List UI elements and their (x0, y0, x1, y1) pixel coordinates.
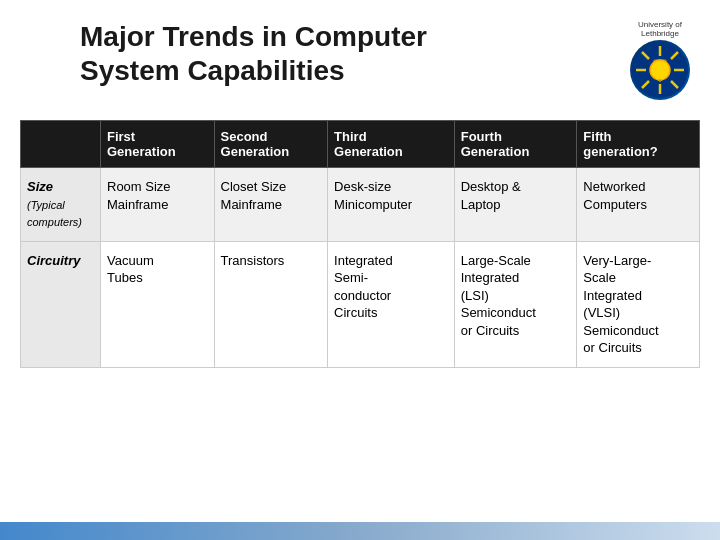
cell-size-fifth: NetworkedComputers (577, 168, 700, 242)
row-sublabel-size: (Typicalcomputers) (27, 199, 82, 229)
row-label-size: Size (Typicalcomputers) (21, 168, 101, 242)
university-logo (630, 40, 690, 100)
header-cell-4: FourthGeneration (454, 121, 577, 168)
row-label-circuitry: Circuitry (21, 241, 101, 367)
cell-size-third: Desk-sizeMinicomputer (328, 168, 455, 242)
cell-size-second: Closet SizeMainframe (214, 168, 328, 242)
cell-circuit-fifth: Very-Large-ScaleIntegrated(VLSI)Semicond… (577, 241, 700, 367)
cell-circuit-second: Transistors (214, 241, 328, 367)
header-cell-3: ThirdGeneration (328, 121, 455, 168)
title-block: Major Trends in Computer System Capabili… (80, 20, 427, 87)
header-cell-2: SecondGeneration (214, 121, 328, 168)
header-cell-5: Fifthgeneration? (577, 121, 700, 168)
cell-circuit-third: IntegratedSemi-conductorCircuits (328, 241, 455, 367)
title-line1: Major Trends in Computer (80, 20, 427, 54)
table-row: Size (Typicalcomputers) Room SizeMainfra… (21, 168, 700, 242)
header-cell-0 (21, 121, 101, 168)
title-line2: System Capabilities (80, 54, 427, 88)
header: Major Trends in Computer System Capabili… (0, 0, 720, 110)
table-header-row: FirstGeneration SecondGeneration ThirdGe… (21, 121, 700, 168)
cell-size-first: Room SizeMainframe (101, 168, 215, 242)
table-container: FirstGeneration SecondGeneration ThirdGe… (0, 110, 720, 522)
footer-bar (0, 522, 720, 540)
logo-area: University of Lethbridge (630, 20, 690, 100)
table-row: Circuitry VacuumTubes Transistors Integr… (21, 241, 700, 367)
cell-circuit-fourth: Large-ScaleIntegrated(LSI)Semiconductor … (454, 241, 577, 367)
logo-svg (632, 42, 688, 98)
capabilities-table: FirstGeneration SecondGeneration ThirdGe… (20, 120, 700, 368)
cell-size-fourth: Desktop &Laptop (454, 168, 577, 242)
header-cell-1: FirstGeneration (101, 121, 215, 168)
slide: Major Trends in Computer System Capabili… (0, 0, 720, 540)
cell-circuit-first: VacuumTubes (101, 241, 215, 367)
university-label: University of Lethbridge (638, 20, 682, 38)
